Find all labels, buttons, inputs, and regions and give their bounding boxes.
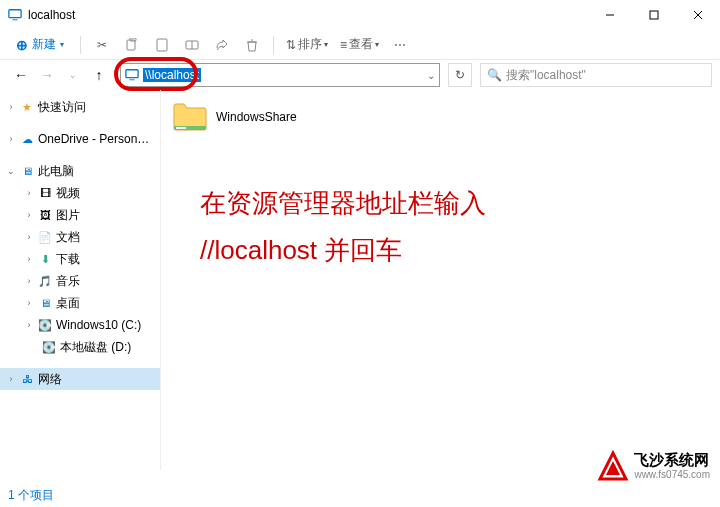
view-icon: ≡ (340, 38, 347, 52)
sidebar-item-downloads[interactable]: › ⬇ 下载 (0, 248, 160, 270)
screen-icon (125, 68, 139, 82)
more-button[interactable]: ⋯ (387, 32, 413, 58)
sidebar-item-label: 本地磁盘 (D:) (60, 339, 131, 356)
chevron-right-icon: › (24, 210, 34, 220)
svg-rect-12 (129, 79, 134, 80)
refresh-icon: ↻ (455, 68, 465, 82)
svg-rect-8 (157, 39, 167, 51)
sidebar-item-videos[interactable]: › 🎞 视频 (0, 182, 160, 204)
sidebar-item-pictures[interactable]: › 🖼 图片 (0, 204, 160, 226)
svg-rect-11 (126, 70, 138, 78)
drive-icon: 💽 (42, 340, 56, 354)
separator (80, 36, 81, 54)
address-input[interactable]: \\localhost ⌄ (120, 63, 440, 87)
screen-icon (8, 8, 22, 22)
sidebar-item-music[interactable]: › 🎵 音乐 (0, 270, 160, 292)
share-button[interactable] (209, 32, 235, 58)
sidebar-item-onedrive[interactable]: › ☁ OneDrive - Person… (0, 128, 160, 150)
pictures-icon: 🖼 (38, 208, 52, 222)
sidebar-item-label: 图片 (56, 207, 80, 224)
chevron-down-icon[interactable]: ⌄ (64, 66, 82, 84)
share-icon (215, 38, 229, 52)
copy-icon (125, 38, 139, 52)
videos-icon: 🎞 (38, 186, 52, 200)
annotation-text: 在资源管理器地址栏输入 //localhost 并回车 (200, 180, 486, 274)
sidebar-item-quickaccess[interactable]: › ★ 快速访问 (0, 96, 160, 118)
maximize-button[interactable] (632, 0, 676, 30)
chevron-right-icon: › (24, 254, 34, 264)
chevron-down-icon: ⌄ (6, 166, 16, 176)
sidebar-item-thispc[interactable]: ⌄ 🖥 此电脑 (0, 160, 160, 182)
close-button[interactable] (676, 0, 720, 30)
view-label: 查看 (349, 36, 373, 53)
sidebar-item-label: 下载 (56, 251, 80, 268)
sidebar-item-label: 桌面 (56, 295, 80, 312)
music-icon: 🎵 (38, 274, 52, 288)
search-icon: 🔍 (487, 68, 502, 82)
scissors-icon: ✂ (97, 38, 107, 52)
refresh-button[interactable]: ↻ (448, 63, 472, 87)
sort-label: 排序 (298, 36, 322, 53)
drive-icon: 💽 (38, 318, 52, 332)
copy-button[interactable] (119, 32, 145, 58)
search-input[interactable]: 🔍 搜索"localhost" (480, 63, 712, 87)
sidebar-item-label: 视频 (56, 185, 80, 202)
chevron-right-icon: › (24, 298, 34, 308)
rename-icon (185, 38, 199, 52)
paste-button[interactable] (149, 32, 175, 58)
chevron-down-icon: ▾ (375, 40, 379, 49)
chevron-down-icon: ▾ (60, 40, 64, 49)
svg-rect-14 (176, 127, 186, 129)
monitor-icon: 🖥 (20, 164, 34, 178)
cloud-icon: ☁ (20, 132, 34, 146)
chevron-right-icon: › (24, 188, 34, 198)
sidebar-item-label: 音乐 (56, 273, 80, 290)
trash-icon (245, 38, 259, 52)
chevron-right-icon: › (24, 276, 34, 286)
forward-button[interactable]: → (38, 66, 56, 84)
downloads-icon: ⬇ (38, 252, 52, 266)
sidebar-item-cdrive[interactable]: › 💽 Windows10 (C:) (0, 314, 160, 336)
delete-button[interactable] (239, 32, 265, 58)
view-button[interactable]: ≡ 查看 ▾ (336, 32, 383, 58)
sidebar: › ★ 快速访问 › ☁ OneDrive - Person… ⌄ 🖥 此电脑 … (0, 90, 160, 490)
chevron-right-icon: › (24, 232, 34, 242)
clipboard-icon (155, 38, 169, 52)
watermark-logo-icon (596, 449, 630, 483)
sidebar-item-desktop[interactable]: › 🖥 桌面 (0, 292, 160, 314)
folder-name: WindowsShare (216, 110, 297, 124)
network-icon: 🖧 (20, 372, 34, 386)
ellipsis-icon: ⋯ (394, 38, 406, 52)
search-placeholder: 搜索"localhost" (506, 67, 586, 84)
sidebar-item-label: Windows10 (C:) (56, 318, 141, 332)
watermark-title: 飞沙系统网 (634, 452, 710, 469)
separator (273, 36, 274, 54)
folder-item[interactable]: WindowsShare (168, 98, 712, 136)
svg-rect-3 (650, 11, 658, 19)
sidebar-item-label: 网络 (38, 371, 62, 388)
sidebar-item-ddrive[interactable]: 💽 本地磁盘 (D:) (0, 336, 160, 358)
chevron-right-icon: › (24, 320, 34, 330)
watermark: 飞沙系统网 www.fs0745.com (596, 449, 710, 483)
new-label: 新建 (32, 36, 56, 53)
back-button[interactable]: ← (12, 66, 30, 84)
sidebar-item-documents[interactable]: › 📄 文档 (0, 226, 160, 248)
svg-rect-0 (9, 10, 21, 18)
chevron-down-icon[interactable]: ⌄ (427, 70, 435, 81)
chevron-down-icon: ▾ (324, 40, 328, 49)
sidebar-item-label: 此电脑 (38, 163, 74, 180)
rename-button[interactable] (179, 32, 205, 58)
minimize-button[interactable] (588, 0, 632, 30)
status-count: 1 个项目 (8, 487, 54, 504)
chevron-right-icon: › (6, 102, 16, 112)
sort-icon: ⇅ (286, 38, 296, 52)
chevron-right-icon: › (6, 374, 16, 384)
sort-button[interactable]: ⇅ 排序 ▾ (282, 32, 332, 58)
up-button[interactable]: ↑ (90, 66, 108, 84)
sidebar-item-label: 文档 (56, 229, 80, 246)
sidebar-item-network[interactable]: › 🖧 网络 (0, 368, 160, 390)
new-button[interactable]: ⊕ 新建 ▾ (8, 32, 72, 58)
annotation-line2: //localhost 并回车 (200, 227, 486, 274)
cut-button[interactable]: ✂ (89, 32, 115, 58)
window-title: localhost (28, 8, 588, 22)
